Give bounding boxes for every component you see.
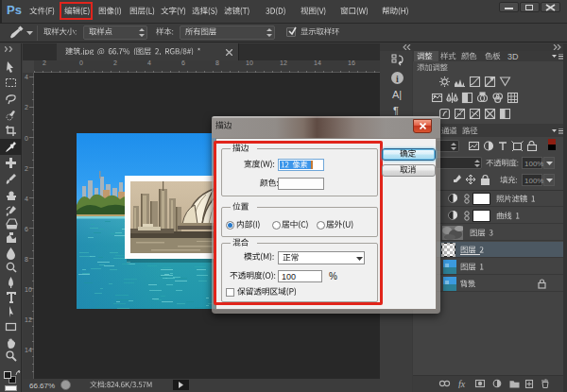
svg-text:fx: fx — [458, 379, 466, 388]
